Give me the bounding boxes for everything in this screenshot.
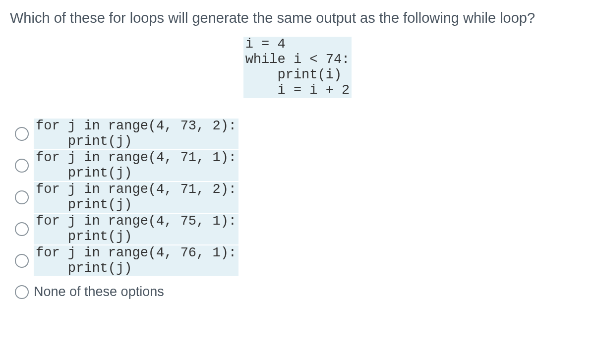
radio-icon[interactable] [15,127,29,141]
option-code: for j in range(4, 75, 1): print(j) [34,214,238,244]
reference-code: i = 4 while i < 74: print(i) i = i + 2 [243,37,352,98]
option-2[interactable]: for j in range(4, 71, 1): print(j) [15,150,585,181]
option-4[interactable]: for j in range(4, 75, 1): print(j) [15,214,585,244]
radio-icon[interactable] [15,222,29,236]
option-5[interactable]: for j in range(4, 76, 1): print(j) [15,245,585,276]
option-1[interactable]: for j in range(4, 73, 2): print(j) [15,119,585,149]
options-list: for j in range(4, 73, 2): print(j) for j… [10,119,585,301]
option-3[interactable]: for j in range(4, 71, 2): print(j) [15,182,585,213]
option-code: for j in range(4, 71, 2): print(j) [34,182,238,213]
question-text: Which of these for loops will generate t… [10,9,585,28]
option-code: for j in range(4, 73, 2): print(j) [34,119,238,149]
radio-icon[interactable] [15,159,29,173]
option-code: for j in range(4, 71, 1): print(j) [34,150,238,181]
radio-icon[interactable] [15,285,29,299]
option-text: None of these options [34,283,164,301]
radio-icon[interactable] [15,190,29,204]
option-6[interactable]: None of these options [15,283,585,301]
option-code: for j in range(4, 76, 1): print(j) [34,245,238,276]
radio-icon[interactable] [15,254,29,268]
reference-code-wrap: i = 4 while i < 74: print(i) i = i + 2 [10,37,585,99]
